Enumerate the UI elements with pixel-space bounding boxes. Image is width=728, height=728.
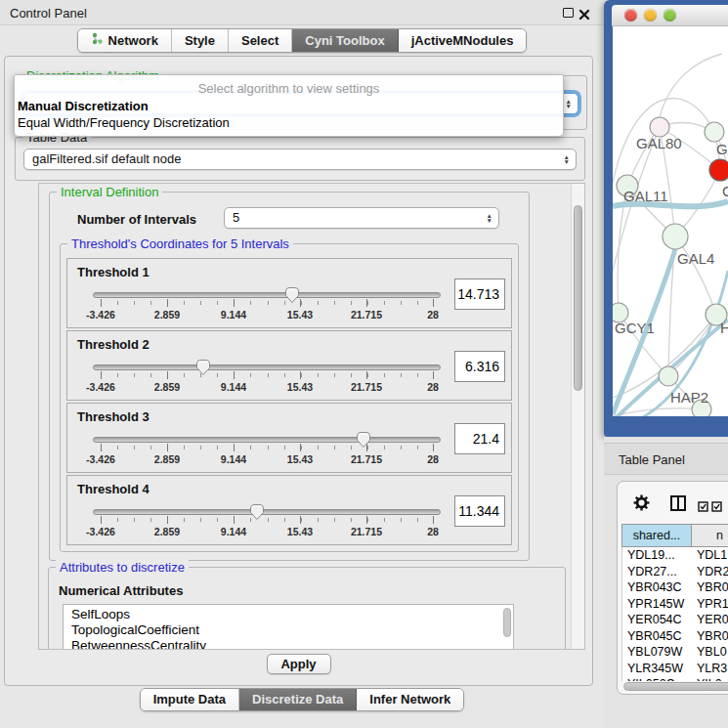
cell-name[interactable]: YIL0 bbox=[693, 676, 722, 681]
cell-name[interactable]: YBR0 bbox=[693, 628, 728, 645]
attribute-list-item[interactable]: TopologicalCoefficient bbox=[71, 622, 513, 638]
slider-tick-label: 2.859 bbox=[154, 453, 180, 465]
network-node-highlighted[interactable] bbox=[709, 159, 728, 181]
slider-tick-label: 21.715 bbox=[351, 309, 382, 321]
popup-item[interactable]: Manual Discretization bbox=[15, 98, 563, 114]
cell-shared-name[interactable]: YLR345W bbox=[622, 661, 693, 677]
table-row[interactable]: YBR043CYBR0 bbox=[622, 579, 728, 596]
threshold-slider[interactable]: -3.4262.8599.14415.4321.71528 bbox=[93, 284, 441, 327]
cell-name[interactable]: YLR3 bbox=[693, 661, 727, 677]
cell-shared-name[interactable]: YER054C bbox=[622, 612, 693, 628]
cell-shared-name[interactable]: YIL052C bbox=[622, 676, 693, 681]
number-of-intervals-label: Number of Intervals bbox=[77, 212, 196, 227]
cell-name[interactable]: YBL0 bbox=[693, 644, 727, 661]
panel-tab-network[interactable]: Network bbox=[78, 29, 172, 52]
popup-item[interactable]: Equal Width/Frequency Discretization bbox=[15, 114, 563, 131]
float-window-icon[interactable] bbox=[563, 8, 574, 18]
threshold-slider[interactable]: -3.4262.8599.14415.4321.71528 bbox=[93, 501, 441, 544]
tab-label: Select bbox=[241, 33, 278, 48]
threshold-slider[interactable]: -3.4262.8599.14415.4321.71528 bbox=[93, 429, 441, 472]
cell-name[interactable]: YDL1 bbox=[693, 547, 727, 564]
threshold-value-field[interactable]: 6.316 bbox=[454, 351, 505, 382]
cell-name[interactable]: YDR2 bbox=[693, 564, 728, 580]
slider-tick-label: 9.144 bbox=[221, 309, 246, 321]
cell-name[interactable]: YBR0 bbox=[693, 579, 728, 596]
network-node-hap2[interactable] bbox=[659, 366, 678, 386]
close-traffic-light-icon[interactable] bbox=[624, 9, 637, 21]
minimize-traffic-light-icon[interactable] bbox=[644, 9, 657, 21]
threshold-slider[interactable]: -3.4262.8599.14415.4321.71528 bbox=[93, 357, 441, 400]
split-column-icon[interactable] bbox=[669, 494, 687, 516]
number-of-intervals-combobox[interactable]: 5 bbox=[224, 207, 499, 229]
table-data-group: Table Data galFiltered.sif default node bbox=[15, 137, 585, 181]
cyni-toolbox-pane: Discretization Algorithm Select algorith… bbox=[4, 56, 593, 686]
gear-icon[interactable] bbox=[633, 494, 650, 515]
list-scrollbar-thumb[interactable] bbox=[503, 608, 511, 637]
network-node-gal4[interactable] bbox=[663, 224, 688, 249]
slider-major-tick bbox=[366, 516, 367, 524]
cell-name[interactable]: YPR1 bbox=[693, 596, 728, 613]
cyni-tab-impute-data[interactable]: Impute Data bbox=[141, 689, 239, 710]
table-row[interactable]: YDR27...YDR2 bbox=[622, 564, 728, 580]
panel-tab-jactivemnodules[interactable]: jActiveMNodules bbox=[399, 29, 527, 52]
checkbox-icon[interactable] bbox=[698, 498, 708, 516]
network-node-gal80[interactable] bbox=[650, 117, 669, 137]
table-row[interactable]: YLR345WYLR3 bbox=[622, 661, 728, 677]
tab-label: Cyni Toolbox bbox=[305, 33, 384, 48]
zoom-traffic-light-icon[interactable] bbox=[664, 9, 676, 21]
slider-handle[interactable] bbox=[356, 431, 371, 449]
cell-shared-name[interactable]: YBL079W bbox=[622, 644, 693, 661]
cyni-tab-discretize-data[interactable]: Discretize Data bbox=[239, 689, 357, 710]
table-row[interactable]: YER054CYER0 bbox=[622, 612, 728, 628]
table-data-combobox[interactable]: galFiltered.sif default node bbox=[23, 149, 577, 170]
slider-major-tick bbox=[167, 444, 168, 451]
table-row[interactable]: YBR045CYBR0 bbox=[622, 628, 728, 645]
table-horizontal-scrollbar-thumb[interactable] bbox=[623, 682, 728, 691]
attribute-list-item[interactable]: SelfLoops bbox=[71, 607, 513, 622]
checkbox-icon[interactable] bbox=[711, 498, 722, 516]
table-row[interactable]: YPR145WYPR1 bbox=[622, 596, 728, 613]
network-window-titlebar[interactable] bbox=[612, 5, 728, 26]
threshold-value-field[interactable]: 21.4 bbox=[454, 423, 505, 454]
column-header-shared-name[interactable]: shared... bbox=[621, 524, 692, 547]
cell-shared-name[interactable]: YPR145W bbox=[622, 596, 693, 613]
table-panel: Table Panel shared... n YDL19...YDL1YDR2… bbox=[604, 437, 728, 728]
close-icon[interactable] bbox=[578, 7, 590, 19]
column-header-name[interactable]: n bbox=[692, 524, 728, 547]
settings-scrollbar-thumb[interactable] bbox=[574, 205, 582, 391]
cell-name[interactable]: YER0 bbox=[693, 612, 728, 628]
apply-button[interactable]: Apply bbox=[267, 654, 331, 674]
slider-tick-label: 15.43 bbox=[287, 381, 313, 393]
slider-major-tick bbox=[101, 371, 102, 379]
threshold-value-field[interactable]: 14.713 bbox=[454, 278, 505, 310]
slider-handle[interactable] bbox=[249, 503, 265, 521]
svg-text:GCY1: GCY1 bbox=[615, 320, 655, 336]
slider-major-tick bbox=[433, 444, 434, 451]
slider-handle[interactable] bbox=[284, 286, 300, 304]
cell-shared-name[interactable]: YDL19... bbox=[622, 547, 693, 564]
slider-handle[interactable] bbox=[195, 359, 211, 376]
slider-tick-label: -3.426 bbox=[86, 381, 115, 393]
threshold-value-field[interactable]: 11.344 bbox=[454, 495, 505, 527]
attribute-list-item[interactable]: BetweennessCentrality bbox=[71, 638, 513, 650]
panel-tab-select[interactable]: Select bbox=[229, 29, 292, 52]
numerical-attributes-list[interactable]: SelfLoopsTopologicalCoefficientBetweenne… bbox=[63, 604, 514, 650]
attributes-group: Attributes to discretize Numerical Attri… bbox=[48, 567, 566, 650]
algorithm-dropdown-popup: Select algorithm to view settings Manual… bbox=[14, 74, 564, 137]
panel-tab-style[interactable]: Style bbox=[172, 29, 229, 52]
panel-tab-cyni-toolbox[interactable]: Cyni Toolbox bbox=[292, 29, 398, 52]
cell-shared-name[interactable]: YBR045C bbox=[622, 628, 693, 645]
table-row[interactable]: YDL19...YDL1 bbox=[622, 547, 728, 564]
cyni-tab-infer-network[interactable]: Infer Network bbox=[357, 689, 463, 710]
cell-shared-name[interactable]: YDR27... bbox=[622, 564, 693, 580]
table-row[interactable]: YBL079WYBL0 bbox=[622, 644, 728, 661]
table-row[interactable]: YIL052CYIL0 bbox=[622, 676, 728, 681]
settings-scrollpane: Interval Definition Number of Intervals … bbox=[38, 183, 585, 650]
network-canvas[interactable]: GAL80 GA GAL11 C GAL4 GCY1 H HAP2 bbox=[613, 26, 728, 416]
group-title: Interval Definition bbox=[57, 185, 162, 199]
threshold-panel-3: Threshold 3-3.4262.8599.14415.4321.71528… bbox=[66, 403, 512, 473]
cell-shared-name[interactable]: YBR043C bbox=[622, 579, 693, 596]
svg-text:GAL80: GAL80 bbox=[636, 135, 682, 151]
network-node[interactable] bbox=[705, 122, 724, 142]
settings-scrollbar[interactable] bbox=[571, 184, 584, 649]
